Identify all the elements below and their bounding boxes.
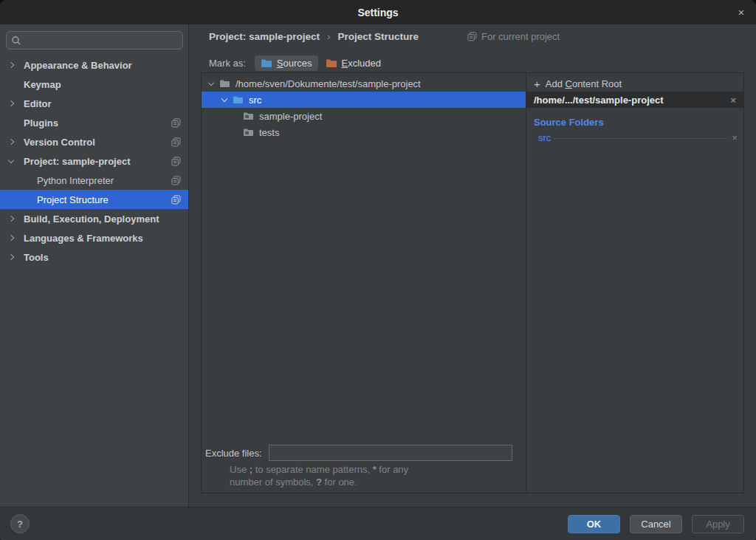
- mark-excluded-label: Excluded: [342, 58, 381, 69]
- sidebar-item-label: Build, Execution, Deployment: [24, 213, 159, 225]
- shared-settings-icon: [171, 176, 181, 185]
- help-icon: ?: [17, 519, 23, 530]
- sources-folder-icon: [261, 58, 272, 68]
- chevron-down-icon: [8, 157, 14, 163]
- mark-sources-button[interactable]: Sources: [255, 55, 318, 71]
- mark-sources-label: Sources: [277, 58, 312, 69]
- sidebar-item-label: Appearance & Behavior: [24, 60, 132, 71]
- search-field[interactable]: [6, 31, 183, 49]
- excluded-folder-icon: [326, 58, 337, 68]
- shared-settings-icon: [171, 137, 181, 147]
- window-title: Settings: [357, 7, 398, 18]
- sidebar-nav: Appearance & Behavior Keymap Editor Plug…: [0, 55, 188, 267]
- mark-as-label: Mark as:: [209, 58, 246, 69]
- mark-excluded-button[interactable]: Excluded: [320, 55, 387, 71]
- tree-row-label: src: [249, 95, 261, 106]
- sidebar-item-build-execution-deployment[interactable]: Build, Execution, Deployment: [0, 209, 188, 228]
- sidebar-item-plugins[interactable]: Plugins: [0, 113, 188, 132]
- remove-content-root-icon[interactable]: ×: [730, 95, 736, 106]
- shared-settings-icon: [171, 195, 181, 205]
- sidebar-item-project[interactable]: Project: sample-project: [0, 151, 188, 171]
- source-folder-item[interactable]: src ×: [526, 128, 743, 143]
- sidebar-item-appearance-behavior[interactable]: Appearance & Behavior: [0, 55, 188, 75]
- chevron-right-icon: [8, 100, 14, 106]
- sidebar-item-languages-frameworks[interactable]: Languages & Frameworks: [0, 228, 188, 247]
- tree-row-label: sample-project: [259, 111, 322, 122]
- current-project-icon: [467, 32, 477, 41]
- help-button[interactable]: ?: [10, 514, 30, 533]
- shared-settings-icon: [171, 118, 181, 128]
- remove-source-folder-icon[interactable]: ×: [732, 132, 738, 143]
- directory-tree: /home/sven/Dokumente/test/sample-project…: [202, 73, 526, 493]
- exclude-files-hint: Use ; to separate name patterns, * for a…: [230, 463, 408, 488]
- source-folder-icon: [233, 95, 244, 104]
- content-root-path: /home/.../test/sample-project: [534, 95, 664, 106]
- content-roots-pane: + Add Content Root /home/.../test/sample…: [526, 73, 743, 493]
- add-content-root-button[interactable]: + Add Content Root: [526, 75, 743, 92]
- exclude-files-input[interactable]: [269, 445, 512, 461]
- content-root-item[interactable]: /home/.../test/sample-project ×: [526, 92, 743, 108]
- plus-icon: +: [534, 78, 540, 89]
- folder-icon: [243, 128, 254, 137]
- chevron-right-icon: [8, 62, 14, 68]
- settings-dialog: Settings × Appearance & Behavior Keymap …: [0, 0, 756, 540]
- sidebar-item-label: Tools: [24, 252, 49, 263]
- search-icon: [11, 35, 21, 46]
- apply-button[interactable]: Apply: [692, 515, 744, 533]
- sidebar-item-label: Python Interpreter: [37, 175, 114, 186]
- folder-icon: [243, 112, 254, 120]
- exclude-files-label: Exclude files:: [205, 448, 262, 459]
- tree-row-src[interactable]: src: [202, 92, 526, 108]
- search-input[interactable]: [21, 35, 178, 46]
- chevron-right-icon: [8, 235, 14, 241]
- sidebar-item-editor[interactable]: Editor: [0, 94, 188, 113]
- dotted-leader: [554, 138, 728, 139]
- source-folders-heading: Source Folders: [526, 108, 743, 128]
- scope-label: For current project: [481, 31, 560, 42]
- breadcrumb: Project: sample-project › Project Struct…: [209, 30, 419, 43]
- tree-row-sample-project[interactable]: sample-project: [202, 108, 526, 124]
- chevron-down-icon: [221, 95, 227, 101]
- sidebar-item-label: Project Structure: [37, 194, 109, 205]
- folder-icon: [219, 79, 230, 88]
- sidebar-item-keymap[interactable]: Keymap: [0, 75, 188, 94]
- source-folder-label: src: [538, 132, 551, 143]
- mark-as-toolbar: Mark as: Sources Excluded: [209, 54, 387, 72]
- exclude-files-row: Exclude files:: [205, 445, 523, 461]
- sidebar-item-label: Languages & Frameworks: [24, 233, 143, 244]
- sidebar-item-label: Editor: [24, 98, 52, 109]
- tree-row-root[interactable]: /home/sven/Dokumente/test/sample-project: [202, 75, 526, 92]
- sidebar-item-version-control[interactable]: Version Control: [0, 132, 188, 151]
- sidebar-item-project-structure[interactable]: Project Structure: [0, 190, 188, 209]
- breadcrumb-project-structure[interactable]: Project Structure: [338, 31, 419, 42]
- breadcrumb-separator: ›: [327, 31, 331, 42]
- sidebar-item-label: Plugins: [24, 117, 58, 129]
- sidebar-item-label: Project: sample-project: [24, 156, 131, 167]
- close-icon[interactable]: ×: [735, 6, 748, 19]
- chevron-right-icon: [8, 139, 14, 145]
- scope-indicator[interactable]: For current project: [467, 30, 560, 43]
- shared-settings-icon: [171, 157, 181, 166]
- chevron-right-icon: [8, 254, 14, 260]
- tree-row-tests[interactable]: tests: [202, 124, 526, 140]
- sidebar-item-label: Version Control: [24, 137, 95, 148]
- breadcrumb-project[interactable]: Project: sample-project: [209, 31, 320, 42]
- tree-row-label: /home/sven/Dokumente/test/sample-project: [236, 78, 421, 89]
- add-content-root-label: Add Content Root: [546, 78, 622, 89]
- cancel-button[interactable]: Cancel: [630, 515, 682, 533]
- chevron-right-icon: [8, 216, 14, 222]
- chevron-down-icon: [208, 79, 214, 85]
- ok-button[interactable]: OK: [568, 515, 620, 533]
- titlebar: Settings ×: [0, 0, 756, 24]
- settings-sidebar: Appearance & Behavior Keymap Editor Plug…: [0, 24, 189, 507]
- project-structure-panel: /home/sven/Dokumente/test/sample-project…: [201, 72, 744, 493]
- sidebar-item-python-interpreter[interactable]: Python Interpreter: [0, 171, 188, 190]
- dialog-footer: ? OK Cancel Apply: [0, 507, 756, 540]
- tree-row-label: tests: [259, 127, 279, 138]
- sidebar-item-label: Keymap: [24, 79, 61, 90]
- sidebar-item-tools[interactable]: Tools: [0, 247, 188, 267]
